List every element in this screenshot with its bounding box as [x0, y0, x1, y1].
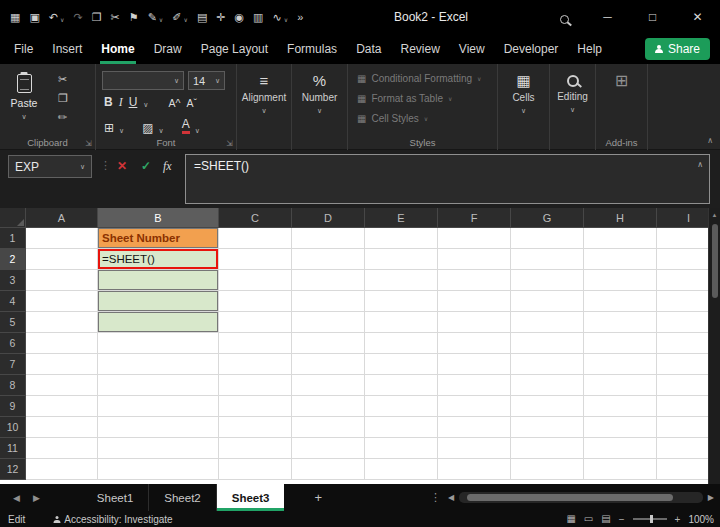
row-header-12[interactable]: 12 — [0, 459, 26, 480]
cell-C5[interactable] — [219, 312, 292, 333]
cell-D1[interactable] — [292, 228, 365, 249]
row-header-6[interactable]: 6 — [0, 333, 26, 354]
menu-tab-view[interactable]: View — [459, 34, 485, 64]
horizontal-scroll-track[interactable] — [459, 492, 703, 503]
collapse-formula-bar-icon[interactable]: ∧ — [697, 160, 703, 169]
share-button[interactable]: Share — [645, 38, 710, 60]
zoom-out-button[interactable]: − — [619, 514, 625, 525]
collapse-ribbon-icon[interactable]: ∧ — [707, 136, 713, 145]
row-header-10[interactable]: 10 — [0, 417, 26, 438]
cell-A5[interactable] — [26, 312, 98, 333]
cell-A6[interactable] — [26, 333, 98, 354]
accessibility-checker[interactable]: Accessibility: Investigate — [53, 514, 172, 525]
cell-G5[interactable] — [511, 312, 584, 333]
cell-F9[interactable] — [438, 396, 511, 417]
cell-F3[interactable] — [438, 270, 511, 291]
row-header-7[interactable]: 7 — [0, 354, 26, 375]
cell-H4[interactable] — [584, 291, 657, 312]
cell-C10[interactable] — [219, 417, 292, 438]
cell-B7[interactable] — [98, 354, 219, 375]
font-size-combo[interactable]: 14 ∨ — [188, 71, 225, 90]
increase-font-size-button[interactable]: A^ — [168, 98, 180, 109]
cell-H10[interactable] — [584, 417, 657, 438]
cell-E8[interactable] — [365, 375, 438, 396]
horizontal-scroll-thumb[interactable] — [467, 494, 673, 501]
flag-icon[interactable]: ⚑ — [129, 12, 139, 23]
col-header-F[interactable]: F — [438, 208, 511, 228]
cell-H9[interactable] — [584, 396, 657, 417]
cell-E5[interactable] — [365, 312, 438, 333]
font-name-combo[interactable]: ∨ — [102, 71, 184, 90]
row-header-4[interactable]: 4 — [0, 291, 26, 312]
add-sheet-button[interactable]: + — [314, 490, 322, 505]
menu-tab-formulas[interactable]: Formulas — [287, 34, 337, 64]
page-break-view-icon[interactable]: ▤ — [601, 514, 610, 524]
cell-F2[interactable] — [438, 249, 511, 270]
row-header-11[interactable]: 11 — [0, 438, 26, 459]
sheet-nav-left-icon[interactable]: ◀ — [13, 493, 20, 503]
menu-tab-page-layout[interactable]: Page Layout — [201, 34, 268, 64]
cell-D8[interactable] — [292, 375, 365, 396]
borders-icon[interactable]: ⊞ — [104, 122, 114, 134]
enter-button[interactable]: ✓ — [141, 159, 151, 173]
cell-F11[interactable] — [438, 438, 511, 459]
highlighter-icon[interactable]: ✐∨ — [172, 12, 188, 23]
document-icon[interactable]: ▤ — [197, 12, 207, 23]
cell-D5[interactable] — [292, 312, 365, 333]
menu-tab-draw[interactable]: Draw — [154, 34, 182, 64]
row-header-3[interactable]: 3 — [0, 270, 26, 291]
conditional-formatting-button[interactable]: ▦ Conditional Formatting ∨ — [357, 73, 481, 84]
cell-E1[interactable] — [365, 228, 438, 249]
cell-A1[interactable] — [26, 228, 98, 249]
italic-button[interactable]: I — [119, 96, 123, 108]
zoom-level[interactable]: 100% — [688, 514, 714, 525]
cell-H12[interactable] — [584, 459, 657, 480]
cell-E3[interactable] — [365, 270, 438, 291]
cell-D12[interactable] — [292, 459, 365, 480]
cell-G8[interactable] — [511, 375, 584, 396]
row-header-1[interactable]: 1 — [0, 228, 26, 249]
col-header-B[interactable]: B — [98, 208, 219, 228]
cell-G11[interactable] — [511, 438, 584, 459]
cell-H7[interactable] — [584, 354, 657, 375]
cell-B3[interactable] — [98, 270, 219, 291]
cell-H5[interactable] — [584, 312, 657, 333]
vertical-scrollbar[interactable]: ▲ — [708, 208, 720, 484]
col-header-D[interactable]: D — [292, 208, 365, 228]
cut-icon[interactable]: ✂ — [58, 74, 68, 85]
copy-icon[interactable]: ❐ — [58, 93, 68, 104]
cell-H1[interactable] — [584, 228, 657, 249]
menu-tab-help[interactable]: Help — [577, 34, 602, 64]
format-as-table-button[interactable]: ▦ Format as Table ∨ — [357, 93, 452, 104]
cell-E9[interactable] — [365, 396, 438, 417]
cell-C7[interactable] — [219, 354, 292, 375]
cell-B2[interactable]: =SHEET() — [98, 249, 219, 270]
cell-B6[interactable] — [98, 333, 219, 354]
normal-view-icon[interactable]: ▦ — [566, 514, 575, 524]
underline-button[interactable]: U — [129, 96, 138, 108]
cell-H6[interactable] — [584, 333, 657, 354]
insert-function-button[interactable]: fx — [163, 159, 172, 174]
fill-color-icon[interactable]: ▨ — [142, 122, 153, 134]
cell-B1[interactable]: Sheet Number — [98, 228, 219, 249]
row-header-2[interactable]: 2 — [0, 249, 26, 270]
cell-B10[interactable] — [98, 417, 219, 438]
cell-F10[interactable] — [438, 417, 511, 438]
cell-B9[interactable] — [98, 396, 219, 417]
cell-H3[interactable] — [584, 270, 657, 291]
cell-F6[interactable] — [438, 333, 511, 354]
cell-E4[interactable] — [365, 291, 438, 312]
cell-G1[interactable] — [511, 228, 584, 249]
scroll-up-icon[interactable]: ▲ — [712, 212, 718, 218]
cell-A12[interactable] — [26, 459, 98, 480]
col-header-H[interactable]: H — [584, 208, 657, 228]
cell-G2[interactable] — [511, 249, 584, 270]
row-header-5[interactable]: 5 — [0, 312, 26, 333]
cell-H8[interactable] — [584, 375, 657, 396]
cell-F1[interactable] — [438, 228, 511, 249]
zoom-slider-thumb[interactable] — [650, 515, 653, 523]
cell-B11[interactable] — [98, 438, 219, 459]
cancel-button[interactable]: ✕ — [117, 159, 127, 173]
font-dialog-launcher-icon[interactable]: ⇲ — [226, 139, 233, 148]
clipboard-dialog-launcher-icon[interactable]: ⇲ — [85, 139, 92, 148]
